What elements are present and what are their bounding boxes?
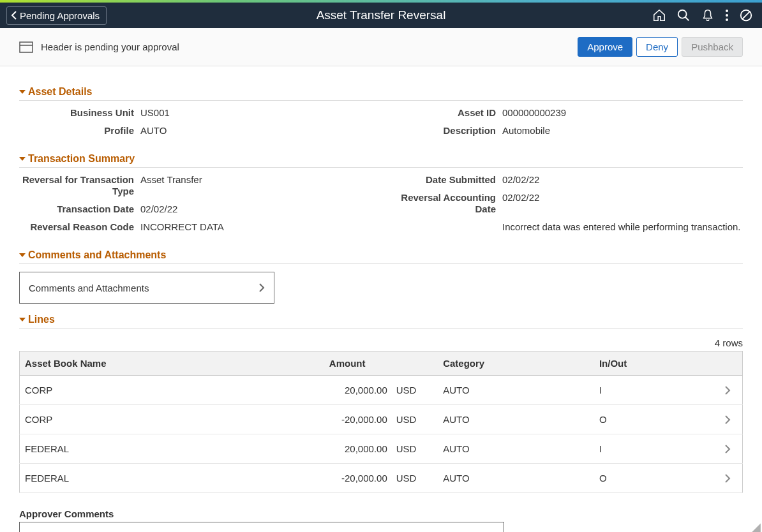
reversal-type-label: Reversal for Transaction Type — [19, 174, 134, 197]
svg-point-2 — [726, 10, 728, 12]
svg-rect-7 — [20, 42, 33, 52]
asset-details-title: Asset Details — [28, 86, 93, 98]
home-icon[interactable] — [652, 8, 666, 22]
cell-amount: -20,000.00 — [324, 464, 391, 493]
row-drilldown[interactable] — [719, 376, 743, 405]
row-drilldown[interactable] — [719, 434, 743, 464]
asset-id-value: 000000000239 — [502, 107, 743, 118]
profile-label: Profile — [19, 125, 134, 137]
reason-desc: Incorrect data was entered while perform… — [502, 221, 743, 232]
table-row[interactable]: CORP20,000.00USDAUTOI — [20, 376, 743, 405]
cell-amount: 20,000.00 — [324, 376, 391, 405]
page-title: Asset Transfer Reversal — [317, 8, 446, 22]
accounting-date-value: 02/02/22 — [502, 192, 743, 203]
cell-book-name: FEDERAL — [20, 464, 324, 493]
svg-line-6 — [742, 11, 751, 20]
chevron-right-icon — [724, 386, 731, 395]
svg-line-1 — [685, 17, 689, 21]
col-in-out: In/Out — [594, 351, 719, 376]
cell-category: AUTO — [438, 434, 594, 464]
cell-in-out: I — [594, 376, 719, 405]
svg-point-3 — [726, 14, 728, 17]
lines-row-count: 4 rows — [19, 337, 743, 348]
profile-value: AUTO — [140, 125, 381, 136]
lines-title: Lines — [28, 314, 55, 325]
table-row[interactable]: FEDERAL-20,000.00USDAUTOO — [20, 464, 743, 493]
collapse-icon — [19, 156, 26, 161]
row-drilldown[interactable] — [719, 405, 743, 434]
app-header: Pending Approvals Asset Transfer Reversa… — [0, 3, 762, 28]
approve-button[interactable]: Approve — [578, 37, 632, 57]
transaction-summary-title: Transaction Summary — [28, 153, 135, 165]
menu-dots-icon[interactable] — [725, 8, 729, 22]
back-label: Pending Approvals — [20, 10, 100, 21]
cell-in-out: O — [594, 464, 719, 493]
comments-attachments-box[interactable]: Comments and Attachments — [19, 272, 274, 304]
chevron-right-icon — [724, 474, 731, 483]
reason-code-value: INCORRECT DATA — [140, 221, 381, 232]
txn-date-label: Transaction Date — [19, 203, 134, 215]
table-row[interactable]: FEDERAL20,000.00USDAUTOI — [20, 434, 743, 464]
table-row[interactable]: CORP-20,000.00USDAUTOO — [20, 405, 743, 434]
accounting-date-label: Reversal Accounting Date — [381, 192, 496, 215]
date-submitted-value: 02/02/22 — [502, 174, 743, 185]
collapse-icon — [19, 317, 26, 322]
col-amount: Amount — [324, 351, 438, 376]
denied-icon[interactable] — [739, 8, 753, 22]
section-comments-attachments[interactable]: Comments and Attachments — [19, 246, 743, 264]
window-icon — [19, 41, 33, 53]
deny-button[interactable]: Deny — [636, 37, 678, 57]
notifications-icon[interactable] — [701, 8, 715, 22]
sub-header: Header is pending your approval Approve … — [0, 28, 762, 66]
collapse-icon — [19, 253, 26, 258]
ca-box-label: Comments and Attachments — [29, 283, 149, 293]
cell-in-out: I — [594, 434, 719, 464]
asset-id-label: Asset ID — [381, 107, 496, 119]
cell-book-name: CORP — [20, 405, 324, 434]
cell-in-out: O — [594, 405, 719, 434]
resize-handle-icon[interactable]: ◢ — [752, 522, 762, 532]
chevron-right-icon — [724, 415, 731, 424]
reversal-type-value: Asset Transfer — [140, 174, 381, 185]
section-asset-details[interactable]: Asset Details — [19, 82, 743, 101]
search-icon[interactable] — [676, 8, 691, 22]
row-drilldown[interactable] — [719, 464, 743, 493]
cell-amount: 20,000.00 — [324, 434, 391, 464]
cell-category: AUTO — [438, 405, 594, 434]
cell-category: AUTO — [438, 464, 594, 493]
comments-attachments-title: Comments and Attachments — [28, 249, 166, 261]
cell-book-name: CORP — [20, 376, 324, 405]
svg-point-0 — [678, 10, 687, 18]
reason-code-label: Reversal Reason Code — [19, 221, 134, 233]
approver-comments-input[interactable] — [19, 522, 504, 532]
lines-table: Asset Book Name Amount Category In/Out C… — [19, 351, 743, 493]
description-value: Automobile — [502, 125, 743, 136]
section-transaction-summary[interactable]: Transaction Summary — [19, 149, 743, 168]
chevron-right-icon — [258, 283, 265, 292]
cell-amount: -20,000.00 — [324, 405, 391, 434]
collapse-icon — [19, 89, 26, 94]
txn-date-value: 02/02/22 — [140, 203, 381, 214]
business-unit-value: US001 — [140, 107, 381, 118]
svg-point-4 — [726, 18, 728, 21]
business-unit-label: Business Unit — [19, 107, 134, 119]
col-book-name: Asset Book Name — [20, 351, 324, 376]
chevron-left-icon — [11, 11, 17, 20]
description-label: Description — [381, 125, 496, 137]
cell-currency: USD — [391, 405, 438, 434]
col-category: Category — [438, 351, 594, 376]
cell-currency: USD — [391, 434, 438, 464]
approval-message: Header is pending your approval — [41, 41, 179, 52]
cell-currency: USD — [391, 464, 438, 493]
back-button[interactable]: Pending Approvals — [6, 6, 107, 25]
approver-comments-label: Approver Comments — [19, 508, 743, 519]
chevron-right-icon — [724, 445, 731, 454]
section-lines[interactable]: Lines — [19, 310, 743, 329]
cell-category: AUTO — [438, 376, 594, 405]
date-submitted-label: Date Submitted — [381, 174, 496, 186]
main-content: Asset Details Business Unit US001 Profil… — [0, 66, 762, 532]
cell-currency: USD — [391, 376, 438, 405]
cell-book-name: FEDERAL — [20, 434, 324, 464]
pushback-button: Pushback — [682, 37, 743, 57]
